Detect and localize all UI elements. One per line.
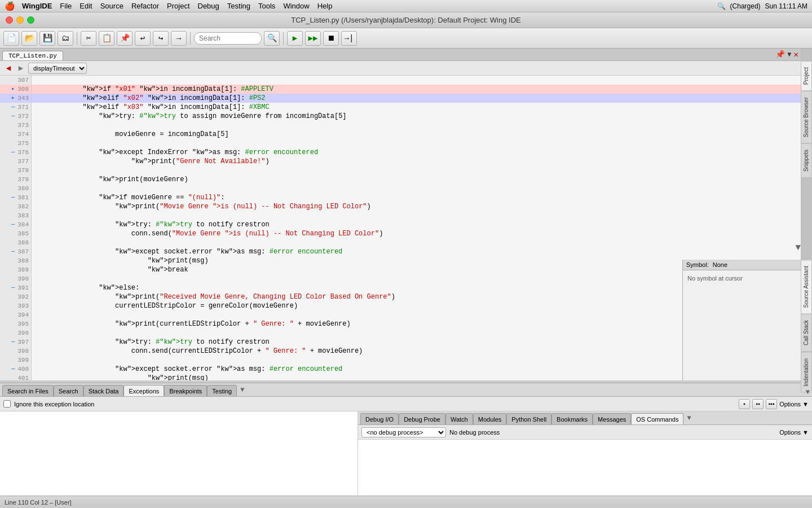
menu-window[interactable]: Window xyxy=(283,2,309,10)
search-button[interactable]: 🔍 xyxy=(264,31,280,46)
file-tab-tcp[interactable]: TCP_Listen.py xyxy=(2,51,63,60)
battery-indicator: (Charged) xyxy=(730,2,761,10)
tab-stack-data[interactable]: Stack Data xyxy=(83,385,124,396)
debug-button[interactable]: ▶▶ xyxy=(305,31,321,46)
tab-os-commands[interactable]: OS Commands xyxy=(631,413,683,424)
cut-button[interactable]: ✂ xyxy=(81,31,96,46)
menu-tools[interactable]: Tools xyxy=(258,2,275,10)
breadcrumb-dropdown[interactable]: displayTimeout xyxy=(28,63,87,74)
ignore-exception-label: Ignore this exception location xyxy=(14,401,94,408)
tab-debug-probe[interactable]: Debug Probe xyxy=(399,413,445,424)
menu-source[interactable]: Source xyxy=(100,2,123,10)
indent-button[interactable]: → xyxy=(171,31,187,46)
window-title: TCP_Listen.py (/Users/ryanjblajda/Deskto… xyxy=(291,16,521,24)
vtab-snippets[interactable]: Snippets xyxy=(801,143,812,178)
menu-testing[interactable]: Testing xyxy=(227,2,250,10)
symbol-title: Symbol: xyxy=(686,261,709,268)
close-button[interactable] xyxy=(6,16,13,24)
nav-forward-button[interactable]: ▶ xyxy=(16,63,26,73)
line-numbers-panel: 307 ▸ 308 ▸ 343 — 371 — 372 373 374 375 … xyxy=(0,76,32,383)
run-button[interactable]: ▶ xyxy=(287,31,303,46)
save-file-button[interactable]: 💾 xyxy=(39,31,55,46)
redo-button[interactable]: ↪ xyxy=(153,31,169,46)
debug-toolbar: <no debug process> No debug process Opti… xyxy=(358,425,812,440)
toolbar-sep-3 xyxy=(283,32,284,45)
bottom-left-tabs: Search in Files Search Stack Data Except… xyxy=(0,383,812,397)
menu-file[interactable]: File xyxy=(60,2,72,10)
editor-nav: ◀ ▶ displayTimeout xyxy=(0,61,801,76)
clock: Sun 11:11 AM xyxy=(765,2,807,10)
bottom-left-toolbar: Ignore this exception location ▪ ▪▪ ▪▪▪ … xyxy=(0,397,812,411)
bottom-tabs-expand-icon[interactable]: ▼ xyxy=(239,384,245,396)
code-editor-area: 307 ▸ 308 ▸ 343 — 371 — 372 373 374 375 … xyxy=(0,76,801,383)
apple-menu[interactable]: 🍎 xyxy=(5,1,15,11)
file-tab-bar: TCP_Listen.py 📌 ▼ ✕ xyxy=(0,49,801,61)
debug-panel: Debug I/O Debug Probe Watch Modules Pyth… xyxy=(358,411,812,496)
debug-tabs-expand-icon[interactable]: ▼ xyxy=(686,412,692,424)
symbol-panel-header: Symbol: None xyxy=(683,260,801,270)
tab-breakpoints[interactable]: Breakpoints xyxy=(164,385,207,396)
undo-button[interactable]: ↩ xyxy=(135,31,151,46)
status-bar: Line 110 Col 12 – [User] xyxy=(0,496,812,508)
vtab-source-browser[interactable]: Source Browser xyxy=(801,91,812,143)
right-panel-collapse-arrow[interactable]: ▼ xyxy=(795,243,801,253)
zoom-button[interactable] xyxy=(27,16,34,24)
menu-debug[interactable]: Debug xyxy=(198,2,219,10)
menu-wingide[interactable]: WingIDE xyxy=(22,2,52,10)
exceptions-btn-3[interactable]: ▪▪▪ xyxy=(766,399,777,409)
stop-button[interactable]: ⏹ xyxy=(323,31,339,46)
pin-down-icon[interactable]: ▼ xyxy=(787,51,791,59)
symbol-panel: Symbol: None No symbol at cursor xyxy=(682,260,801,383)
vtab-source-assistant[interactable]: Source Assistant xyxy=(801,260,812,314)
bottom-right-expand-icon[interactable]: ▼ xyxy=(806,388,810,396)
nav-back-button[interactable]: ◀ xyxy=(3,63,14,73)
menu-refactor[interactable]: Refactor xyxy=(131,2,159,10)
exceptions-btn-2[interactable]: ▪▪ xyxy=(752,399,764,409)
new-file-button[interactable]: 📄 xyxy=(3,31,19,46)
exceptions-options[interactable]: Options ▼ xyxy=(779,401,809,408)
vtab-call-stack[interactable]: Call Stack xyxy=(801,314,812,352)
tab-exceptions[interactable]: Exceptions xyxy=(123,385,164,396)
menu-edit[interactable]: Edit xyxy=(80,2,92,10)
debug-status: No debug process xyxy=(449,429,500,436)
spotlight-icon[interactable]: 🔍 xyxy=(717,2,726,10)
tab-messages[interactable]: Messages xyxy=(593,413,631,424)
tab-search-in-files[interactable]: Search in Files xyxy=(2,385,54,396)
tab-watch[interactable]: Watch xyxy=(445,413,473,424)
tab-modules[interactable]: Modules xyxy=(473,413,507,424)
search-input[interactable] xyxy=(194,32,262,45)
menu-project[interactable]: Project xyxy=(167,2,189,10)
vtab-project[interactable]: Project xyxy=(801,61,812,91)
close-tab-icon[interactable]: ✕ xyxy=(794,50,798,59)
tab-python-shell[interactable]: Python Shell xyxy=(506,413,551,424)
tab-search[interactable]: Search xyxy=(54,385,83,396)
bottom-panel: Search in Files Search Stack Data Except… xyxy=(0,383,812,496)
step-button[interactable]: →| xyxy=(341,31,357,46)
status-text: Line 110 Col 12 – [User] xyxy=(5,499,72,506)
symbol-value: None xyxy=(713,261,727,268)
toolbar-sep-2 xyxy=(190,32,191,45)
symbol-no-symbol: No symbol at cursor xyxy=(683,270,801,286)
vtab-indentation[interactable]: Indentation xyxy=(801,352,812,393)
bottom-content-area: Debug I/O Debug Probe Watch Modules Pyth… xyxy=(0,411,812,496)
debug-process-dropdown[interactable]: <no debug process> xyxy=(361,427,446,437)
debug-options[interactable]: Options ▼ xyxy=(779,429,809,436)
tab-testing[interactable]: Testing xyxy=(207,385,237,396)
exceptions-btn-1[interactable]: ▪ xyxy=(739,399,750,409)
toolbar: 📄 📂 💾 🗂 ✂ 📋 📌 ↩ ↪ → 🔍 ▶ ▶▶ ⏹ →| xyxy=(0,28,812,49)
debug-content-area xyxy=(358,440,812,496)
toolbar-sep-1 xyxy=(77,32,77,45)
minimize-button[interactable] xyxy=(16,16,24,24)
pin-blue-icon[interactable]: 📌 xyxy=(775,50,785,59)
resize-handle-bottom[interactable] xyxy=(0,380,801,383)
ignore-exception-checkbox[interactable] xyxy=(3,400,11,408)
menu-help[interactable]: Help xyxy=(317,2,333,10)
vtabs-lower-panel: Source Assistant Call Stack Indentation xyxy=(801,260,812,383)
save-all-button[interactable]: 🗂 xyxy=(58,31,73,46)
paste-button[interactable]: 📌 xyxy=(117,31,133,46)
exceptions-panel-content xyxy=(0,411,358,496)
tab-bookmarks[interactable]: Bookmarks xyxy=(551,413,593,424)
copy-button[interactable]: 📋 xyxy=(99,31,114,46)
open-file-button[interactable]: 📂 xyxy=(21,31,37,46)
tab-debug-io[interactable]: Debug I/O xyxy=(360,413,399,424)
